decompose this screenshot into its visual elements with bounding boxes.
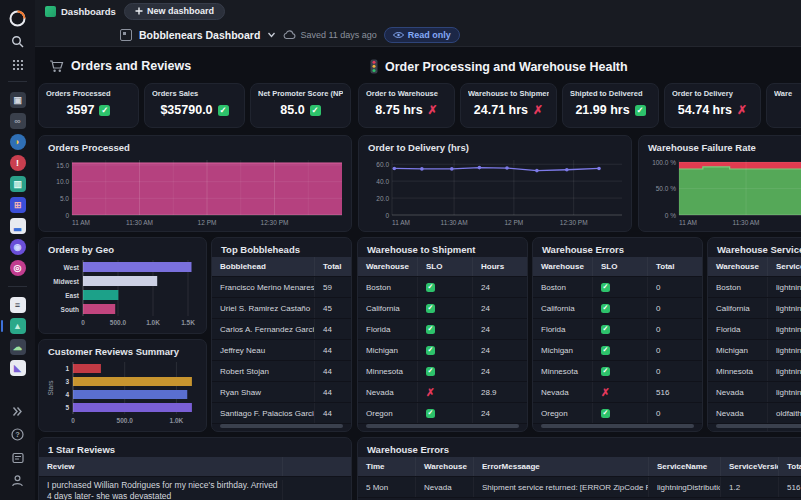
bird-plugin-icon[interactable]: ◗ xyxy=(10,134,26,150)
stat-panel[interactable]: Order to Warehouse8.75 hrs✗ xyxy=(358,83,455,128)
stat-panel[interactable]: Ware xyxy=(766,83,801,128)
column-header[interactable]: ErrorMessaage xyxy=(474,457,649,476)
warehouse-errors-log-table: TimeWarehouseErrorMessaageServiceNameSer… xyxy=(358,457,801,498)
stat-panel[interactable]: Warehouse to Shipment24.71 hrs✗ xyxy=(460,83,557,128)
panel-title[interactable]: Orders by Geo xyxy=(39,238,206,257)
panel-title[interactable]: Order to Delivery (hrs) xyxy=(359,136,631,155)
warehouse-failure-stacked-chart: 0 %50.0 %100.0 %11 AM11:30 AM12 PM xyxy=(647,155,801,227)
cart-icon xyxy=(49,60,64,73)
expand-sidebar-icon[interactable] xyxy=(9,403,26,420)
order-to-delivery-line-chart: 020.040.060.011 AM11:30 AM12 PM12:30 PM xyxy=(367,155,625,227)
monitor-plugin-icon[interactable]: ▣ xyxy=(10,92,26,108)
help-icon[interactable]: ? xyxy=(9,426,26,443)
panel-title[interactable]: Warehouse to Shipment xyxy=(358,238,527,257)
stat-panel[interactable]: Orders Processed3597✓ xyxy=(38,83,139,128)
table-cell: Michigan xyxy=(533,340,593,360)
column-header[interactable]: Hours xyxy=(473,257,527,276)
column-header[interactable]: ServiceName xyxy=(768,257,801,276)
sneaker-plugin-icon[interactable]: ◣ xyxy=(10,360,26,376)
fail-icon: ✗ xyxy=(426,387,435,398)
panel-title[interactable]: Orders Processed xyxy=(39,136,351,155)
browser-plugin-icon[interactable]: ▂ xyxy=(10,218,26,234)
stat-panel[interactable]: Net Promoter Score (NPS)85.0✓ xyxy=(250,83,351,128)
column-header[interactable]: Time xyxy=(358,457,416,476)
cloud-plugin-icon[interactable]: ☁ xyxy=(10,339,26,355)
panel-customer-reviews: Customer Reviews Summary 0500.01.0K1345S… xyxy=(38,339,207,432)
chart-plugin-icon[interactable]: ▥ xyxy=(10,176,26,192)
dashboard-title[interactable]: Bobblenears Dashboard xyxy=(139,29,260,41)
search-icon[interactable] xyxy=(9,33,26,50)
chevron-down-icon[interactable] xyxy=(267,30,276,39)
panel-title[interactable]: Warehouse Failure Rate xyxy=(639,136,801,155)
svg-text:3: 3 xyxy=(65,378,69,385)
column-header[interactable]: Warehouse xyxy=(708,257,768,276)
one-star-reviews-table: ReviewI purchased Willian Rodrigues for … xyxy=(39,457,351,500)
globe-plugin-icon[interactable]: ◉ xyxy=(10,239,26,255)
apps-grid-icon[interactable] xyxy=(9,56,26,73)
panel-title[interactable]: Top Bobbleheads xyxy=(212,238,351,257)
grid-plugin-icon[interactable]: ⊞ xyxy=(10,197,26,213)
panel-warehouse-errors-bottom: Warehouse Errors TimeWarehouseErrorMessa… xyxy=(357,437,801,500)
table-row: Florida✓24 xyxy=(358,319,527,340)
table-header-row: WarehouseServiceName xyxy=(708,257,801,277)
table-row: BostonlightningDistribution xyxy=(708,277,801,298)
panel-title[interactable]: Warehouse Errors xyxy=(358,438,801,457)
svg-text:0: 0 xyxy=(385,212,389,219)
new-dashboard-button[interactable]: New dashboard xyxy=(124,3,225,20)
stat-title: Orders Processed xyxy=(46,89,131,98)
svg-text:?: ? xyxy=(15,430,20,439)
table-row: Oregon✓0 xyxy=(533,403,702,424)
h-scrollbar[interactable] xyxy=(716,424,801,428)
column-header[interactable]: Total xyxy=(779,457,801,476)
panel-title[interactable]: Warehouse Errors xyxy=(533,238,702,257)
alert-plugin-icon[interactable]: ! xyxy=(10,155,26,171)
column-header[interactable]: SLO xyxy=(593,257,648,276)
svg-text:15.0: 15.0 xyxy=(56,162,69,169)
column-header[interactable]: Total xyxy=(648,257,702,276)
pass-icon: ✓ xyxy=(310,105,321,116)
panel-title[interactable]: Customer Reviews Summary xyxy=(39,340,206,359)
table-cell xyxy=(283,480,351,500)
column-header[interactable]: Warehouse xyxy=(358,257,418,276)
table-cell: California xyxy=(708,298,768,318)
column-header[interactable]: Warehouse xyxy=(416,457,474,476)
table-cell: Boston xyxy=(708,277,768,297)
news-icon[interactable] xyxy=(9,449,26,466)
stat-title: Order to Delivery xyxy=(672,89,753,98)
stat-panel[interactable]: Shipted to Delivered21.99 hrs✓ xyxy=(562,83,659,128)
column-header[interactable]: ServiceVersion xyxy=(721,457,779,476)
fail-icon: ✗ xyxy=(428,104,438,116)
dashboards-breadcrumb[interactable]: Dashboards xyxy=(45,6,116,17)
h-scrollbar[interactable] xyxy=(541,424,694,428)
svg-text:10.0: 10.0 xyxy=(56,178,69,185)
panel-title[interactable]: 1 Star Reviews xyxy=(39,438,351,457)
h-scrollbar[interactable] xyxy=(220,424,343,428)
goggles-plugin-icon[interactable]: ∞ xyxy=(10,113,26,129)
magnifier-plugin-icon[interactable]: ◎ xyxy=(10,260,26,276)
column-header[interactable]: Warehouse xyxy=(533,257,593,276)
pass-icon: ✓ xyxy=(426,283,435,292)
read-only-badge[interactable]: Read only xyxy=(384,27,460,43)
gem-plugin-icon[interactable]: ▲ xyxy=(10,318,26,334)
column-header[interactable]: Review xyxy=(39,457,283,476)
table-cell: Shipment service returned: [ERROR ZipCod… xyxy=(474,477,649,497)
stat-panel[interactable]: Order to Delivery54.74 hrs✗ xyxy=(664,83,761,128)
column-header[interactable]: Total xyxy=(315,257,351,276)
column-header[interactable]: ServiceName xyxy=(649,457,721,476)
panel-title[interactable]: Warehouse Service Status xyxy=(708,238,801,257)
traffic-light-icon xyxy=(370,59,378,74)
table-row: Ryan Shaw44 xyxy=(212,382,351,403)
stat-title: Net Promoter Score (NPS) xyxy=(258,89,343,98)
h-scrollbar[interactable] xyxy=(366,424,519,428)
table-cell: ✓ xyxy=(593,361,648,381)
column-header[interactable]: SLO xyxy=(418,257,473,276)
profile-icon[interactable] xyxy=(9,472,26,489)
table-cell: Minnesota xyxy=(358,361,418,381)
table-cell: 24 xyxy=(473,361,527,381)
grafana-logo-icon[interactable] xyxy=(9,10,26,27)
dashboards-label: Dashboards xyxy=(61,6,116,17)
column-header[interactable]: Bobblehead xyxy=(212,257,315,276)
stat-panel[interactable]: Orders Sales$35790.0✓ xyxy=(144,83,245,128)
column-header[interactable] xyxy=(283,457,351,476)
card-plugin-icon[interactable]: ≡ xyxy=(10,297,26,313)
